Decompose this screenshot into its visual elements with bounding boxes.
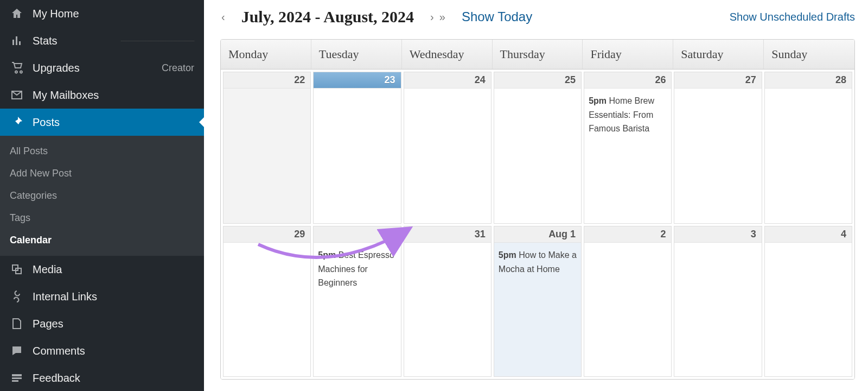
day-header: Saturday (673, 40, 764, 69)
date-label: 26 (584, 72, 671, 89)
calendar-cell[interactable]: 22 (223, 72, 311, 224)
nav-prev-group: ‹ (220, 11, 226, 23)
nav-next-group: › » (429, 11, 446, 23)
day-header: Friday (583, 40, 673, 69)
sidebar-item-label: My Mailboxes (33, 89, 194, 102)
day-header: Wednesday (402, 40, 493, 69)
day-header: Monday (221, 40, 311, 69)
show-today-link[interactable]: Show Today (462, 9, 532, 24)
stats-icon (10, 34, 24, 48)
date-label: Aug 1 (494, 226, 581, 243)
date-range-title: July, 2024 - August, 2024 (241, 8, 414, 26)
pin-icon (10, 115, 24, 129)
calendar-cell[interactable]: 265pm Home Brew Essentials: From Famous … (584, 72, 672, 224)
calendar-cell[interactable]: 305pm Best Espresso Machines for Beginne… (313, 226, 401, 377)
calendar-cell[interactable]: 3 (674, 226, 762, 377)
next-fast-button[interactable]: » (438, 11, 446, 23)
unscheduled-drafts-link[interactable]: Show Unscheduled Drafts (730, 11, 855, 23)
main-content: ‹ July, 2024 - August, 2024 › » Show Tod… (204, 0, 868, 391)
submenu-calendar[interactable]: Calendar (0, 229, 204, 251)
calendar-body: 22232425265pm Home Brew Essentials: From… (221, 70, 854, 379)
sidebar-item-label: Feedback (33, 372, 194, 384)
date-label: 4 (765, 226, 852, 243)
sidebar-item-comments[interactable]: Comments (0, 337, 204, 364)
date-label: 29 (224, 226, 310, 243)
submenu-categories[interactable]: Categories (0, 185, 204, 207)
calendar-cell[interactable]: 4 (764, 226, 852, 377)
calendar-cell[interactable]: 23 (313, 72, 401, 224)
calendar-cell[interactable]: 27 (674, 72, 762, 224)
date-label: 2 (584, 226, 671, 243)
sidebar-item-label: Internal Links (33, 291, 194, 303)
date-label: 25 (494, 72, 581, 89)
calendar-cell[interactable]: Aug 15pm How to Make a Mocha at Home (494, 226, 582, 377)
calendar-cell[interactable]: 25 (494, 72, 582, 224)
sidebar-item-upgrades[interactable]: Upgrades Creator (0, 54, 204, 81)
calendar-event[interactable]: 5pm Home Brew Essentials: From Famous Ba… (584, 89, 671, 141)
date-label: 23 (314, 72, 400, 89)
cart-icon (10, 61, 24, 75)
date-label: 3 (674, 226, 761, 243)
sidebar-item-feedback[interactable]: Feedback (0, 364, 204, 391)
calendar-cell[interactable]: 24 (404, 72, 492, 224)
calendar-event[interactable]: 5pm How to Make a Mocha at Home (494, 243, 581, 281)
sidebar: My Home Stats Upgrades Creator My Mailbo… (0, 0, 204, 391)
date-label: 31 (404, 226, 491, 243)
day-header: Tuesday (311, 40, 402, 69)
media-icon (10, 262, 24, 276)
next-button[interactable]: › (429, 11, 435, 23)
calendar-cell[interactable]: 2 (584, 226, 672, 377)
comment-icon (10, 344, 24, 358)
link-icon (10, 289, 24, 304)
submenu-all-posts[interactable]: All Posts (0, 140, 204, 162)
submenu-tags[interactable]: Tags (0, 207, 204, 229)
sidebar-item-label: Pages (33, 318, 194, 330)
pages-icon (10, 317, 24, 331)
sidebar-item-label: Stats (33, 35, 106, 47)
prev-button[interactable]: ‹ (220, 11, 226, 23)
sidebar-item-internal-links[interactable]: Internal Links (0, 283, 204, 310)
sidebar-item-label: Upgrades (33, 62, 153, 74)
date-label: 24 (404, 72, 491, 89)
calendar-cell[interactable]: 31 (404, 226, 492, 377)
plan-badge: Creator (162, 62, 194, 74)
date-label: 27 (674, 72, 761, 89)
form-icon (10, 371, 24, 385)
calendar-header-row: Monday Tuesday Wednesday Thursday Friday… (221, 40, 854, 70)
submenu-add-new[interactable]: Add New Post (0, 162, 204, 185)
sidebar-item-pages[interactable]: Pages (0, 310, 204, 337)
sidebar-item-home[interactable]: My Home (0, 0, 204, 27)
date-label: 22 (224, 72, 310, 89)
mail-icon (10, 88, 24, 102)
date-label: 28 (765, 72, 852, 89)
sidebar-item-posts[interactable]: Posts (0, 109, 204, 136)
calendar-cell[interactable]: 28 (764, 72, 852, 224)
posts-submenu: All Posts Add New Post Categories Tags C… (0, 136, 204, 256)
calendar-event[interactable]: 5pm Best Espresso Machines for Beginners (314, 243, 400, 295)
calendar-toolbar: ‹ July, 2024 - August, 2024 › » Show Tod… (220, 0, 855, 39)
day-header: Sunday (764, 40, 854, 69)
day-header: Thursday (493, 40, 583, 69)
date-label: 30 (314, 226, 400, 243)
sidebar-item-stats[interactable]: Stats (0, 27, 204, 54)
sidebar-item-label: Media (33, 263, 194, 276)
sidebar-item-label: My Home (33, 8, 194, 20)
sidebar-item-mailboxes[interactable]: My Mailboxes (0, 81, 204, 109)
sidebar-item-label: Posts (33, 116, 194, 129)
home-icon (10, 7, 24, 21)
sidebar-item-media[interactable]: Media (0, 256, 204, 283)
calendar-cell[interactable]: 29 (223, 226, 311, 377)
divider (121, 41, 194, 41)
sidebar-item-label: Comments (33, 345, 194, 357)
calendar: Monday Tuesday Wednesday Thursday Friday… (220, 39, 855, 380)
